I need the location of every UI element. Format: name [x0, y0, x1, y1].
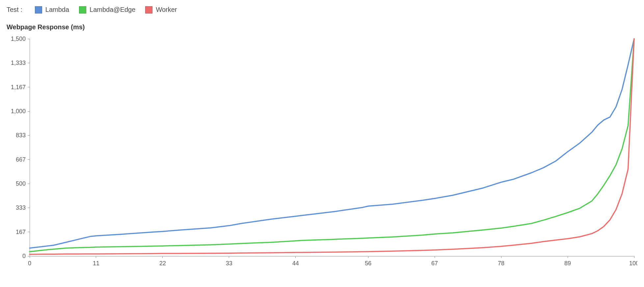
legend-label: Worker	[156, 6, 177, 13]
legend-title: Test :	[7, 6, 22, 13]
x-tick-label: 0	[28, 260, 31, 267]
y-tick-label: 1,000	[11, 108, 26, 115]
x-tick-label: 11	[93, 260, 99, 267]
y-tick-label: 167	[16, 229, 26, 235]
series-lambda	[30, 39, 634, 248]
legend-item-worker: Worker	[145, 6, 177, 13]
y-tick-label: 333	[16, 204, 26, 211]
chart-svg: 01673335006678331,0001,1671,3331,5000112…	[7, 36, 637, 273]
x-tick-label: 33	[226, 260, 232, 267]
y-tick-label: 500	[16, 180, 26, 187]
swatch-lambda	[35, 6, 42, 13]
legend-label: Lambda@Edge	[90, 6, 135, 13]
swatch-worker	[145, 6, 152, 13]
legend-item-lambda-edge: Lambda@Edge	[79, 6, 135, 13]
y-tick-label: 0	[22, 253, 26, 259]
x-tick-label: 67	[431, 260, 438, 267]
chart: 01673335006678331,0001,1671,3331,5000112…	[7, 36, 637, 273]
chart-subtitle: Webpage Response (ms)	[7, 23, 637, 31]
y-tick-label: 833	[16, 132, 26, 139]
series-lambda-edge	[30, 39, 634, 252]
y-tick-label: 1,333	[11, 60, 26, 66]
x-tick-label: 56	[365, 260, 371, 267]
swatch-lambda-edge	[79, 6, 86, 13]
legend-item-lambda: Lambda	[35, 6, 69, 13]
y-tick-label: 1,500	[11, 36, 26, 42]
legend: Test : Lambda Lambda@Edge Worker	[7, 6, 637, 13]
x-tick-label: 22	[159, 260, 166, 267]
x-tick-label: 78	[498, 260, 504, 267]
x-tick-label: 44	[292, 260, 299, 267]
x-tick-label: 100	[629, 260, 637, 267]
y-tick-label: 1,167	[11, 84, 26, 91]
x-tick-label: 89	[564, 260, 571, 267]
legend-label: Lambda	[45, 6, 69, 13]
y-tick-label: 667	[16, 156, 26, 163]
series-worker	[30, 39, 634, 254]
